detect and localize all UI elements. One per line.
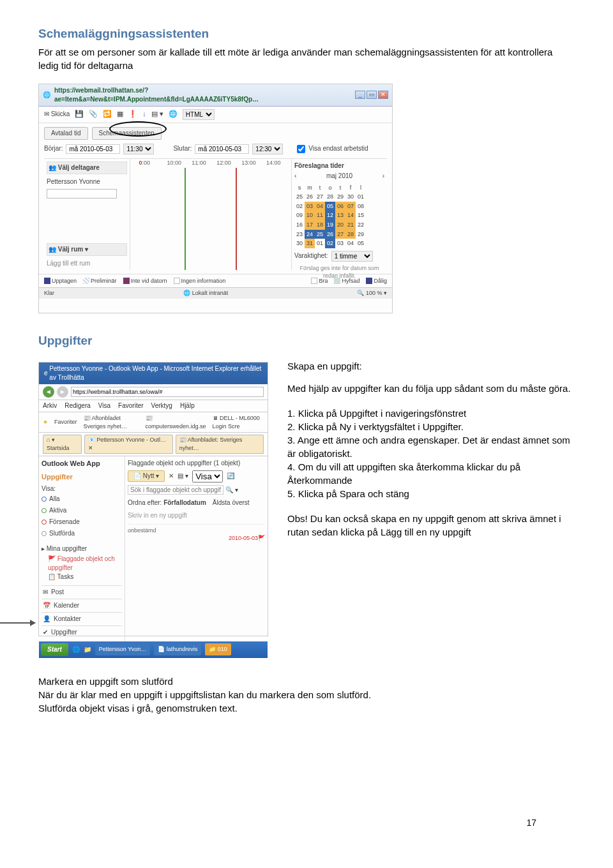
menu-verktyg[interactable]: Verktyg [151,401,172,410]
start-time-select[interactable]: 11:30 [123,144,154,154]
varaktighet-select[interactable]: 1 timme [331,251,373,262]
valj-rum-header[interactable]: 👥 Välj rum ▾ [47,243,127,256]
new-task-hint[interactable]: Skriv in en ny uppgift [128,511,265,520]
maximize-icon[interactable]: ▭ [367,91,377,99]
task-row-date[interactable]: 2010-05-03 🚩 [128,534,265,542]
taskbar-item[interactable]: Pettersson Yvon… [95,643,150,655]
heading-schemalaggning: Schemaläggningsassistenten [38,26,575,43]
menu-visa[interactable]: Visa [98,401,110,410]
back-icon[interactable]: ◄ [43,386,54,398]
ie-logo-icon: e [44,369,48,378]
cat-icon[interactable]: ▤ ▾ [178,472,188,481]
win-taskbar: Start 🌐 📁 Pettersson Yvon… 📄 lathundrevi… [39,641,268,658]
obs-note: Obs! Du kan också skapa en ny uppgift ge… [287,512,575,539]
nav-uppgifter[interactable]: ✔ Uppgifter [42,625,122,639]
nytt-button[interactable]: 📄 Nytt ▾ [128,470,165,482]
tasks-item[interactable]: 📋 Tasks [42,572,122,581]
cal-next-icon[interactable]: › [382,172,384,181]
window-title: Pettersson Yvonne - Outlook Web App - Mi… [49,364,262,382]
markera-slutford-p1: När du är klar med en uppgift i uppgifts… [38,688,575,701]
busy-icon[interactable]: ▦ [117,109,123,119]
fav-item-2[interactable]: 📰 computersweden.idg.se [146,414,206,430]
filter-slutforda[interactable]: Slutförda [42,528,122,539]
menu-hjalp[interactable]: Hjälp [180,401,195,410]
tab-item[interactable]: 📧 Pettersson Yvonne - Outl… ✕ [84,435,173,453]
ordna-dir[interactable]: Äldsta överst [213,498,250,507]
th4: 13:00 [241,159,266,167]
close-icon[interactable]: ✕ [378,91,388,99]
menu-arkiv[interactable]: Arkiv [43,401,57,410]
menu-redigera[interactable]: Redigera [64,401,91,410]
address-input[interactable] [71,387,264,397]
filter-alla[interactable]: Alla [42,493,122,505]
format-select[interactable]: HTML [183,109,215,120]
del-icon[interactable]: ✕ [169,472,174,481]
tab-item[interactable]: ⌂ ▾ Startsida [43,435,82,453]
start-button[interactable]: Start [41,643,68,656]
tab-item[interactable]: 📰 Aftonbladet: Sveriges nyhet… [176,435,264,453]
save-icon[interactable]: 💾 [75,109,84,119]
ie-tabbar: ⌂ ▾ Startsida 📧 Pettersson Yvonne - Outl… [39,433,268,456]
end-time-select[interactable]: 12:30 [252,144,283,154]
nav-post[interactable]: ✉ Post [42,585,122,599]
attach-icon[interactable]: 📎 [89,109,98,119]
ql-icon[interactable]: 📁 [84,645,91,654]
task-search-input[interactable] [128,485,223,495]
attendee-add-input[interactable] [47,189,117,198]
page-number: 17 [526,817,536,830]
step-5: 5. Klicka på Spara och stäng [287,487,575,500]
importance-high-icon[interactable]: ❗ [128,109,137,119]
toolbar: ✉ Skicka 💾 📎 🔁 ▦ ❗ ↓ ▤ ▾ 🌐 HTML [39,107,392,123]
mini-calendar[interactable]: smtotfl 25262728293001 02030405060708 09… [294,183,366,248]
importance-low-icon[interactable]: ↓ [142,109,146,119]
mina-uppgifter[interactable]: ▸ Mina uppgifter [42,544,122,553]
recurrence-icon[interactable]: 🔁 [103,109,112,119]
spell-icon[interactable]: 🌐 [169,109,178,119]
menu-favoriter[interactable]: Favoriter [118,401,143,410]
url-text: https://webmail.trollhattan.se/?ae=Item&… [54,86,351,104]
filter-forsenade[interactable]: Försenade [42,516,122,528]
fwd-icon[interactable]: ► [57,386,68,398]
globe-icon: 🌐 [43,91,50,100]
cal-prev-icon[interactable]: ‹ [294,172,296,181]
start-label: Börjar: [44,144,63,153]
time-header-row: 0 :00 10:00 11:00 12:00 13:00 14:00 [130,159,291,167]
taskbar-item[interactable]: 📁 010 [205,643,231,655]
minimize-icon[interactable]: _ [355,91,365,99]
flaggade-item[interactable]: 🚩 Flaggade objekt och uppgifter [42,555,122,572]
owa-main-heading: Flaggade objekt och uppgifter (1 objekt) [128,459,265,468]
taskbar-item[interactable]: 📄 lathundrevis [154,643,201,655]
ql-icon[interactable]: 🌐 [72,645,80,654]
nav-kontakter[interactable]: 👤 Kontakter [42,612,122,625]
categorize-icon[interactable]: ▤ ▾ [151,109,163,119]
fav-item-3[interactable]: 🖥 DELL - ML6000 Login Scre [213,414,264,430]
end-date-input[interactable] [195,144,249,154]
attendee-row: Pettersson Yvonne [47,176,127,188]
screenshot-tasks: e Pettersson Yvonne - Outlook Web App - … [38,362,268,636]
refresh-icon[interactable]: 🔄 [227,472,234,481]
markera-slutford-p2: Slutförda objekt visas i grå, genomstruk… [38,701,575,715]
worktime-checkbox[interactable] [297,145,305,153]
visa-label: Visa: [42,484,122,493]
th5: 14:00 [266,159,291,167]
date-row: Börjar: 11:30 Slutar: 12:30 Visa endast … [44,144,387,154]
th2: 11:00 [192,159,216,167]
step-3: 3. Ange ett ämne och andra egenskaper. D… [287,433,575,460]
nav-kalender[interactable]: 📅 Kalender [42,599,122,612]
filter-aktiva[interactable]: Aktiva [42,505,122,516]
visa-dropdown[interactable]: Visa [192,470,223,483]
instructions-column: Skapa en uppgift: Med hjälp av uppgifter… [287,355,575,550]
th3: 12:00 [216,159,241,167]
fav-label: Favoriter [54,418,77,426]
owa-sidebar-heading: Uppgifter [42,472,122,482]
tab-avtalad-tid[interactable]: Avtalad tid [44,127,88,140]
end-label: Slutar: [173,144,192,153]
add-room-row[interactable]: Lägg till ett rum [47,258,127,269]
fav-item-1[interactable]: 📰 Aftonbladet Sveriges nyhet… [84,414,139,430]
fav-star-icon[interactable]: ★ [43,418,48,426]
ordna-val[interactable]: Förfallodatum [163,499,206,506]
start-date-input[interactable] [66,144,120,154]
valj-deltagare-header[interactable]: 👥 Välj deltagare [47,161,127,174]
skapa-uppgift-lead: Med hjälp av uppgifter kan du följa upp … [287,382,575,395]
send-button[interactable]: ✉ Skicka [44,110,70,119]
